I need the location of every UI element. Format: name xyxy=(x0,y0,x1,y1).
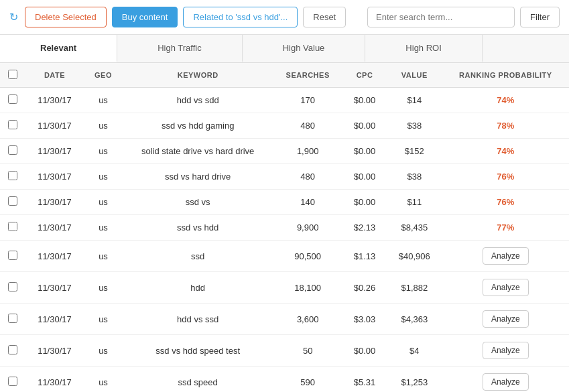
row-checkbox[interactable] xyxy=(8,94,17,104)
row-searches: 90,500 xyxy=(273,241,342,272)
row-checkbox[interactable] xyxy=(8,251,17,260)
row-value: $1,882 xyxy=(387,272,442,304)
row-checkbox-cell[interactable] xyxy=(0,304,25,335)
table-row: 11/30/17usssd90,500$1.13$40,906Analyze xyxy=(0,241,569,272)
row-value: $38 xyxy=(387,113,442,139)
row-cpc: $5.31 xyxy=(342,367,387,393)
header-date: DATE xyxy=(25,63,84,88)
row-value: $4,363 xyxy=(387,304,442,335)
row-date: 11/30/17 xyxy=(25,215,84,241)
select-all-checkbox[interactable] xyxy=(8,70,17,79)
row-ranking-probability[interactable]: Analyze xyxy=(442,335,569,367)
row-checkbox-cell[interactable] xyxy=(0,88,25,113)
row-checkbox-cell[interactable] xyxy=(0,367,25,393)
row-date: 11/30/17 xyxy=(25,88,84,113)
row-cpc: $0.00 xyxy=(342,164,387,190)
row-geo: us xyxy=(84,367,123,393)
row-checkbox[interactable] xyxy=(8,377,17,386)
row-checkbox[interactable] xyxy=(8,314,17,323)
search-input[interactable] xyxy=(367,7,515,27)
analyze-button[interactable]: Analyze xyxy=(483,247,529,265)
row-searches: 480 xyxy=(273,164,342,190)
row-date: 11/30/17 xyxy=(25,335,84,367)
keywords-table: DATE GEO KEYWORD SEARCHES CPC VALUE RANK… xyxy=(0,63,569,392)
row-checkbox-cell[interactable] xyxy=(0,335,25,367)
row-checkbox[interactable] xyxy=(8,282,17,291)
row-searches: 3,600 xyxy=(273,304,342,335)
row-cpc: $0.00 xyxy=(342,139,387,164)
row-searches: 9,900 xyxy=(273,215,342,241)
row-date: 11/30/17 xyxy=(25,190,84,215)
row-geo: us xyxy=(84,139,123,164)
row-checkbox-cell[interactable] xyxy=(0,139,25,164)
header-geo: GEO xyxy=(84,63,123,88)
row-checkbox[interactable] xyxy=(8,222,17,231)
tab-high-traffic[interactable]: High Traffic xyxy=(117,35,243,62)
row-checkbox[interactable] xyxy=(8,145,17,155)
row-geo: us xyxy=(84,113,123,139)
reset-button[interactable]: Reset xyxy=(303,7,346,27)
analyze-button[interactable]: Analyze xyxy=(483,342,529,359)
row-date: 11/30/17 xyxy=(25,139,84,164)
row-value: $14 xyxy=(387,88,442,113)
row-keyword: ssd vs xyxy=(123,190,273,215)
table-row: 11/30/17ushdd vs sdd170$0.00$1474% xyxy=(0,88,569,113)
row-cpc: $3.03 xyxy=(342,304,387,335)
row-searches: 50 xyxy=(273,335,342,367)
row-cpc: $0.00 xyxy=(342,88,387,113)
row-keyword: solid state drive vs hard drive xyxy=(123,139,273,164)
tab-high-roi[interactable]: High ROI xyxy=(365,35,482,62)
row-checkbox-cell[interactable] xyxy=(0,164,25,190)
filter-button[interactable]: Filter xyxy=(520,7,560,27)
table-row: 11/30/17usssd vs hdd9,900$2.13$8,43577% xyxy=(0,215,569,241)
row-searches: 140 xyxy=(273,190,342,215)
row-cpc: $0.26 xyxy=(342,272,387,304)
row-date: 11/30/17 xyxy=(25,367,84,393)
row-keyword: ssd speed xyxy=(123,367,273,393)
table-row: 11/30/17usssd vs hard drive480$0.00$3876… xyxy=(0,164,569,190)
row-cpc: $1.13 xyxy=(342,241,387,272)
row-checkbox-cell[interactable] xyxy=(0,272,25,304)
row-checkbox[interactable] xyxy=(8,171,17,180)
row-checkbox-cell[interactable] xyxy=(0,241,25,272)
row-checkbox-cell[interactable] xyxy=(0,215,25,241)
row-cpc: $2.13 xyxy=(342,215,387,241)
row-checkbox-cell[interactable] xyxy=(0,190,25,215)
analyze-button[interactable]: Analyze xyxy=(483,373,529,391)
row-geo: us xyxy=(84,272,123,304)
row-keyword: ssd vs hdd xyxy=(123,215,273,241)
row-value: $40,906 xyxy=(387,241,442,272)
analyze-button[interactable]: Analyze xyxy=(483,279,529,296)
table-row: 11/30/17usssd vs140$0.00$1176% xyxy=(0,190,569,215)
row-ranking-probability[interactable]: Analyze xyxy=(442,272,569,304)
row-checkbox[interactable] xyxy=(8,196,17,206)
analyze-button[interactable]: Analyze xyxy=(483,310,529,328)
row-checkbox-cell[interactable] xyxy=(0,113,25,139)
row-searches: 480 xyxy=(273,113,342,139)
table-header-row: DATE GEO KEYWORD SEARCHES CPC VALUE RANK… xyxy=(0,63,569,88)
header-ranking-probability: RANKING PROBABILITY xyxy=(442,63,569,88)
tab-relevant[interactable]: Relevant xyxy=(0,35,117,62)
header-checkbox[interactable] xyxy=(0,63,25,88)
row-date: 11/30/17 xyxy=(25,113,84,139)
toolbar: ↻ Delete Selected Buy content Related to… xyxy=(0,0,569,35)
row-ranking-probability[interactable]: Analyze xyxy=(442,241,569,272)
table-row: 11/30/17usssd vs hdd gaming480$0.00$3878… xyxy=(0,113,569,139)
refresh-icon[interactable]: ↻ xyxy=(9,11,18,23)
table-row: 11/30/17ushdd18,100$0.26$1,882Analyze xyxy=(0,272,569,304)
row-keyword: ssd xyxy=(123,241,273,272)
row-value: $8,435 xyxy=(387,215,442,241)
row-searches: 590 xyxy=(273,367,342,393)
row-value: $1,253 xyxy=(387,367,442,393)
related-button[interactable]: Related to 'ssd vs hdd'... xyxy=(183,7,298,27)
table-row: 11/30/17usssd vs hdd speed test50$0.00$4… xyxy=(0,335,569,367)
row-checkbox[interactable] xyxy=(8,120,17,129)
row-cpc: $0.00 xyxy=(342,190,387,215)
delete-selected-button[interactable]: Delete Selected xyxy=(25,7,107,27)
row-ranking-probability[interactable]: Analyze xyxy=(442,367,569,393)
buy-content-button[interactable]: Buy content xyxy=(112,7,178,27)
row-checkbox[interactable] xyxy=(8,345,17,354)
tabs: Relevant High Traffic High Value High RO… xyxy=(0,35,569,63)
row-ranking-probability[interactable]: Analyze xyxy=(442,304,569,335)
tab-high-value[interactable]: High Value xyxy=(243,35,366,62)
